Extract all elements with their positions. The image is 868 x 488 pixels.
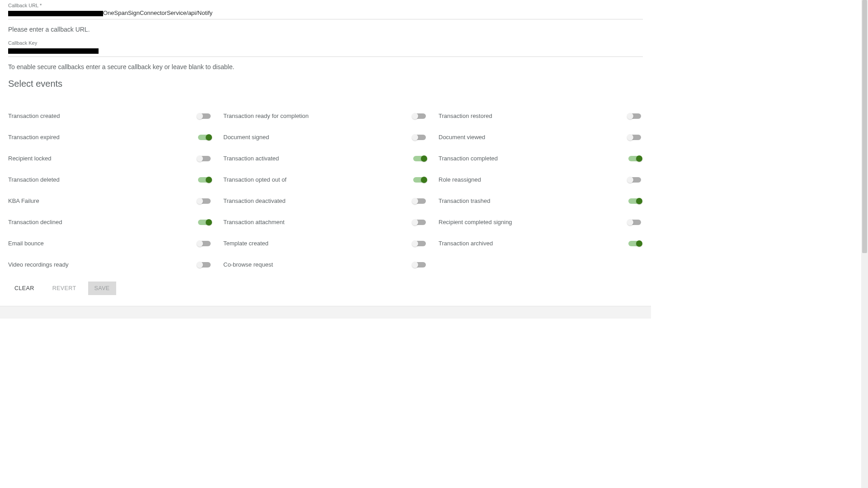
toggle-knob <box>421 177 427 183</box>
event-label: Transaction ready for completion <box>223 113 309 119</box>
toggle-knob <box>636 198 642 204</box>
toggle-knob <box>412 240 418 247</box>
event-row: Co-browse request <box>223 254 428 275</box>
event-row: Transaction ready for completion <box>223 105 428 127</box>
events-col-3: Transaction restoredDocument viewedTrans… <box>439 105 643 275</box>
callback-url-input[interactable]: OneSpanSignConnectorService/api/Notify <box>8 8 643 19</box>
event-toggle[interactable] <box>628 220 641 225</box>
events-col-1: Transaction createdTransaction expiredRe… <box>8 105 212 275</box>
select-events-title: Select events <box>8 75 643 105</box>
event-label: Transaction deleted <box>8 176 60 183</box>
event-toggle[interactable] <box>413 135 426 140</box>
event-toggle[interactable] <box>198 241 211 246</box>
callback-url-helper: Please enter a callback URL. <box>8 19 643 38</box>
toggle-knob <box>206 134 212 141</box>
event-row: Role reassigned <box>439 169 643 190</box>
event-label: Transaction completed <box>439 155 498 162</box>
event-toggle[interactable] <box>628 241 641 246</box>
event-toggle[interactable] <box>413 262 426 267</box>
callback-url-field: Callback URL * OneSpanSignConnectorServi… <box>8 1 643 19</box>
event-row: Transaction activated <box>223 148 428 169</box>
event-label: Transaction attachment <box>223 219 284 225</box>
event-label: Transaction opted out of <box>223 176 287 183</box>
event-row: Transaction completed <box>439 148 643 169</box>
event-label: Document signed <box>223 134 269 141</box>
clear-button[interactable]: CLEAR <box>8 282 41 295</box>
event-toggle[interactable] <box>413 113 426 119</box>
event-label: Transaction trashed <box>439 197 490 204</box>
event-toggle[interactable] <box>628 198 641 204</box>
event-label: Recipient completed signing <box>439 219 512 225</box>
event-toggle[interactable] <box>413 241 426 246</box>
event-row: Transaction deleted <box>8 169 212 190</box>
event-toggle[interactable] <box>628 156 641 161</box>
callback-key-helper: To enable secure callbacks enter a secur… <box>8 57 643 75</box>
toggle-knob <box>412 198 418 204</box>
event-toggle[interactable] <box>413 220 426 225</box>
callback-key-field: Callback Key <box>8 38 643 57</box>
event-toggle[interactable] <box>413 198 426 204</box>
event-toggle[interactable] <box>198 262 211 267</box>
event-label: Transaction declined <box>8 219 62 225</box>
event-label: Recipient locked <box>8 155 51 162</box>
callback-url-value: OneSpanSignConnectorService/api/Notify <box>103 9 212 16</box>
toggle-knob <box>412 113 418 119</box>
button-bar: CLEAR REVERT SAVE <box>8 275 643 295</box>
callback-key-input[interactable] <box>8 46 643 57</box>
event-row: Transaction declined <box>8 211 212 233</box>
event-row: Transaction created <box>8 105 212 127</box>
event-row: Transaction expired <box>8 127 212 148</box>
callback-url-label: Callback URL * <box>8 1 643 8</box>
event-label: Transaction deactivated <box>223 197 286 204</box>
event-label: Document viewed <box>439 134 485 141</box>
event-toggle[interactable] <box>413 156 426 161</box>
toggle-knob <box>197 113 203 119</box>
event-label: Transaction restored <box>439 113 492 119</box>
event-toggle[interactable] <box>413 177 426 183</box>
event-toggle[interactable] <box>198 198 211 204</box>
toggle-knob <box>627 219 633 225</box>
toggle-knob <box>197 198 203 204</box>
toggle-knob <box>197 240 203 247</box>
events-col-2: Transaction ready for completionDocument… <box>223 105 428 275</box>
event-label: Template created <box>223 240 269 247</box>
event-row: Video recordings ready <box>8 254 212 275</box>
event-label: Co-browse request <box>223 261 273 268</box>
event-row: Recipient locked <box>8 148 212 169</box>
event-label: Email bounce <box>8 240 44 247</box>
event-toggle[interactable] <box>198 113 211 119</box>
toggle-knob <box>206 177 212 183</box>
save-button[interactable]: SAVE <box>88 282 116 295</box>
event-row: Transaction deactivated <box>223 190 428 211</box>
event-toggle[interactable] <box>198 135 211 140</box>
toggle-knob <box>206 219 212 225</box>
event-row: Transaction archived <box>439 233 643 254</box>
event-label: Video recordings ready <box>8 261 68 268</box>
toggle-knob <box>197 262 203 268</box>
event-row: Transaction attachment <box>223 211 428 233</box>
event-label: Transaction activated <box>223 155 279 162</box>
event-toggle[interactable] <box>198 156 211 161</box>
callback-key-label: Callback Key <box>8 38 643 46</box>
revert-button[interactable]: REVERT <box>46 282 83 295</box>
event-row: Transaction restored <box>439 105 643 127</box>
redacted-url-prefix <box>8 11 103 16</box>
event-row: Recipient completed signing <box>439 211 643 233</box>
event-toggle[interactable] <box>198 220 211 225</box>
event-row: Template created <box>223 233 428 254</box>
event-toggle[interactable] <box>628 177 641 183</box>
toggle-knob <box>412 219 418 225</box>
event-label: Transaction archived <box>439 240 493 247</box>
events-grid: Transaction createdTransaction expiredRe… <box>8 105 643 275</box>
toggle-knob <box>412 262 418 268</box>
event-row: Document signed <box>223 127 428 148</box>
event-row: Document viewed <box>439 127 643 148</box>
toggle-knob <box>412 134 418 141</box>
footer-strip <box>0 306 651 319</box>
event-row: KBA Failure <box>8 190 212 211</box>
event-row: Transaction trashed <box>439 190 643 211</box>
event-toggle[interactable] <box>198 177 211 183</box>
event-label: Transaction created <box>8 113 60 119</box>
event-toggle[interactable] <box>628 113 641 119</box>
event-toggle[interactable] <box>628 135 641 140</box>
